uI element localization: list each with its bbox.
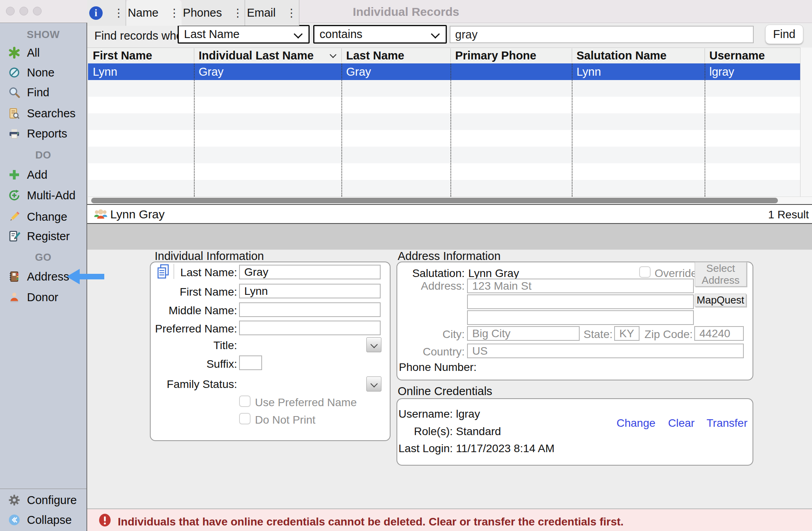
- chevron-down-icon: [294, 30, 303, 39]
- cell-first-name: Lynn: [93, 63, 117, 80]
- record-header: [87, 205, 812, 223]
- tab-phones[interactable]: Phones ⋮: [182, 0, 245, 26]
- chevron-down-icon: [370, 380, 377, 387]
- last-name-input[interactable]: Gray: [239, 265, 381, 279]
- phone-number-label: Phone Number:: [399, 361, 477, 374]
- address-line3-input[interactable]: [467, 310, 694, 325]
- record-info-segment[interactable]: i ⋮: [87, 0, 126, 26]
- sidebar-item-address[interactable]: Address: [6, 268, 69, 285]
- sidebar-section-do: DO: [0, 149, 86, 161]
- do-not-print-label: Do Not Print: [255, 414, 316, 426]
- address-line2-input[interactable]: [467, 294, 694, 309]
- address-label: Address:: [377, 280, 465, 292]
- operator-select[interactable]: contains: [313, 25, 447, 44]
- address-book-icon: [8, 270, 21, 283]
- sidebar-item-add[interactable]: Add: [6, 166, 48, 183]
- individual-information-title: Individual Information: [155, 250, 264, 263]
- sidebar-item-configure[interactable]: Configure: [6, 491, 77, 509]
- middle-name-label: Middle Name:: [131, 304, 237, 317]
- find-button[interactable]: Find: [765, 25, 803, 44]
- column-header-individual-last-name[interactable]: Individual Last Name: [199, 48, 314, 63]
- magnifier-icon: [8, 86, 21, 99]
- asterisk-icon: [8, 46, 21, 59]
- cell-username: lgray: [709, 63, 734, 80]
- column-header-last-name[interactable]: Last Name: [346, 48, 404, 63]
- tab-name[interactable]: Name ⋮: [126, 0, 182, 26]
- change-credentials-link[interactable]: Change: [617, 417, 655, 430]
- sidebar-section-show: SHOW: [0, 29, 86, 41]
- sidebar-item-donor[interactable]: Donor: [6, 288, 58, 306]
- override-checkbox[interactable]: [639, 266, 651, 278]
- suffix-input[interactable]: [239, 355, 262, 370]
- use-preferred-name-checkbox[interactable]: [239, 395, 251, 407]
- first-name-label: First Name:: [131, 286, 237, 298]
- country-label: Country:: [377, 346, 465, 358]
- country-input[interactable]: US: [467, 344, 744, 358]
- state-label: State:: [555, 328, 613, 341]
- roles-label: Role(s):: [377, 425, 453, 438]
- sidebar-item-searches[interactable]: Searches: [6, 105, 76, 122]
- more-icon[interactable]: ⋮: [232, 8, 243, 19]
- table-row-selected[interactable]: [88, 63, 800, 80]
- more-icon[interactable]: ⋮: [169, 8, 180, 19]
- more-icon[interactable]: ⋮: [286, 8, 297, 19]
- table-row-empty: [88, 97, 800, 113]
- error-icon: [98, 514, 111, 528]
- sidebar-item-find[interactable]: Find: [6, 84, 49, 101]
- gear-icon: [8, 494, 21, 506]
- cell-individual-last-name: Gray: [199, 63, 224, 80]
- column-header-username[interactable]: Username: [709, 48, 765, 63]
- mapquest-button[interactable]: MapQuest: [695, 294, 746, 307]
- do-not-print-checkbox[interactable]: [239, 413, 251, 424]
- last-name-label: Last Name:: [131, 266, 237, 279]
- last-login-value: 11/17/2023 8:14 AM: [456, 442, 555, 455]
- saved-search-icon: [8, 107, 21, 120]
- transfer-credentials-link[interactable]: Transfer: [707, 417, 747, 430]
- sidebar-item-register[interactable]: Register: [6, 227, 70, 245]
- column-header-salutation-name[interactable]: Salutation Name: [576, 48, 666, 63]
- middle-name-input[interactable]: [239, 302, 381, 317]
- column-header-primary-phone[interactable]: Primary Phone: [455, 48, 536, 63]
- sidebar-item-change[interactable]: Change: [6, 208, 67, 225]
- search-query-input[interactable]: gray: [450, 26, 754, 43]
- address-line1-input[interactable]: 123 Main St: [467, 279, 694, 293]
- clear-credentials-link[interactable]: Clear: [668, 417, 695, 430]
- alert-message: Individuals that have online credentials…: [118, 516, 624, 528]
- first-name-input[interactable]: Lynn: [239, 284, 381, 298]
- column-header-first-name[interactable]: First Name: [93, 48, 152, 63]
- username-label: Username:: [377, 408, 453, 420]
- state-input[interactable]: KY: [614, 326, 640, 341]
- family-status-label: Family Status:: [131, 378, 237, 391]
- horizontal-scrollbar-thumb[interactable]: [91, 198, 778, 203]
- table-row-empty: [88, 147, 800, 163]
- plus-icon: [8, 168, 21, 181]
- sidebar-item-none[interactable]: None: [6, 64, 54, 81]
- cell-last-name: Gray: [346, 63, 371, 80]
- city-label: City:: [377, 328, 465, 341]
- family-status-dropdown-button[interactable]: [366, 376, 381, 392]
- salutation-label: Salutation:: [377, 267, 465, 280]
- field-select[interactable]: Last Name: [178, 25, 310, 44]
- table-row-empty: [88, 113, 800, 130]
- cell-salutation-name: Lynn: [576, 63, 601, 80]
- sidebar-item-reports[interactable]: Reports: [6, 125, 67, 142]
- sidebar-section-go: GO: [0, 251, 86, 264]
- tab-email[interactable]: Email ⋮: [245, 0, 299, 26]
- zip-code-input[interactable]: 44240: [694, 326, 744, 341]
- select-address-button[interactable]: Select Address: [695, 262, 747, 287]
- sidebar-item-all[interactable]: All: [6, 44, 40, 61]
- sidebar-item-collapse[interactable]: Collapse: [6, 511, 72, 529]
- address-information-title: Address Information: [398, 250, 501, 263]
- pencil-icon: [8, 210, 21, 223]
- salutation-value: Lynn Gray: [468, 267, 519, 280]
- override-label: Override: [655, 267, 697, 280]
- more-icon[interactable]: ⋮: [113, 8, 124, 19]
- info-icon[interactable]: i: [89, 6, 103, 20]
- chevron-down-icon: [431, 30, 440, 39]
- table-row-empty: [88, 180, 800, 197]
- preferred-name-input[interactable]: [239, 321, 381, 335]
- annotation-arrow: [67, 268, 104, 287]
- sidebar-item-multi-add[interactable]: Multi-Add: [6, 187, 76, 204]
- collapse-chevrons-icon: [8, 514, 21, 526]
- username-value: lgray: [456, 408, 480, 420]
